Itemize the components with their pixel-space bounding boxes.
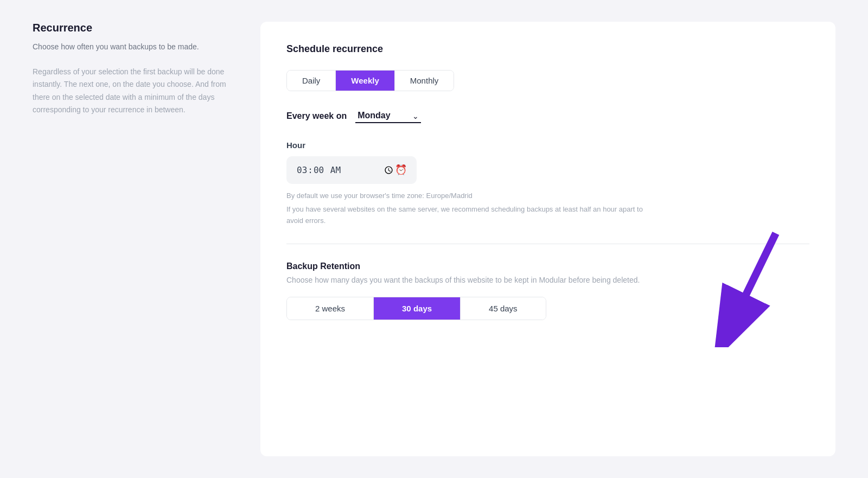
- retention-30days[interactable]: 30 days: [374, 297, 461, 320]
- time-input-wrapper: ⏰: [286, 156, 417, 184]
- time-input[interactable]: [296, 164, 395, 176]
- schedule-title: Schedule recurrence: [286, 43, 809, 55]
- left-panel: Recurrence Choose how often you want bac…: [33, 22, 260, 456]
- retention-tab-group: 2 weeks 30 days 45 days: [286, 297, 546, 320]
- retention-45days[interactable]: 45 days: [461, 297, 546, 320]
- day-select[interactable]: Monday Tuesday Wednesday Thursday Friday…: [355, 109, 421, 123]
- day-select-wrapper: Monday Tuesday Wednesday Thursday Friday…: [355, 109, 421, 123]
- tab-monthly[interactable]: Monthly: [395, 71, 454, 91]
- retention-title: Backup Retention: [286, 262, 809, 271]
- backup-retention-section: Backup Retention Choose how many days yo…: [286, 262, 809, 320]
- retention-2weeks[interactable]: 2 weeks: [287, 297, 374, 320]
- retention-description: Choose how many days you want the backup…: [286, 275, 809, 286]
- page-container: Recurrence Choose how often you want bac…: [0, 0, 868, 478]
- timezone-note: By default we use your browser's time zo…: [286, 192, 809, 200]
- week-row-label: Every week on: [286, 111, 347, 121]
- recommend-note: If you have several websites on the same…: [286, 204, 655, 227]
- right-panel: Schedule recurrence Daily Weekly Monthly…: [260, 22, 835, 456]
- tab-weekly[interactable]: Weekly: [336, 71, 394, 91]
- clock-icon: ⏰: [395, 164, 407, 176]
- hour-label: Hour: [286, 141, 809, 150]
- week-row: Every week on Monday Tuesday Wednesday T…: [286, 109, 809, 123]
- divider: [286, 244, 809, 244]
- recurrence-tab-group: Daily Weekly Monthly: [286, 70, 454, 91]
- tab-daily[interactable]: Daily: [287, 71, 336, 91]
- section-note: Regardless of your selection the first b…: [33, 66, 228, 116]
- hour-section: Hour ⏰ By default we use your browser's …: [286, 141, 809, 226]
- section-heading: Recurrence: [33, 22, 228, 34]
- section-description: Choose how often you want backups to be …: [33, 41, 228, 53]
